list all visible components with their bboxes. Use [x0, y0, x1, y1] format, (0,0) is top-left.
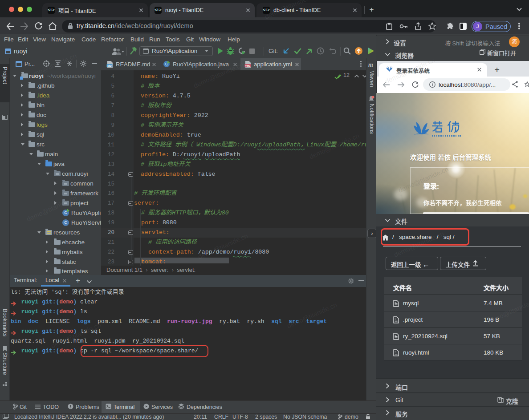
svg-text:MD: MD — [107, 65, 112, 67]
svg-text:YML: YML — [245, 65, 251, 67]
